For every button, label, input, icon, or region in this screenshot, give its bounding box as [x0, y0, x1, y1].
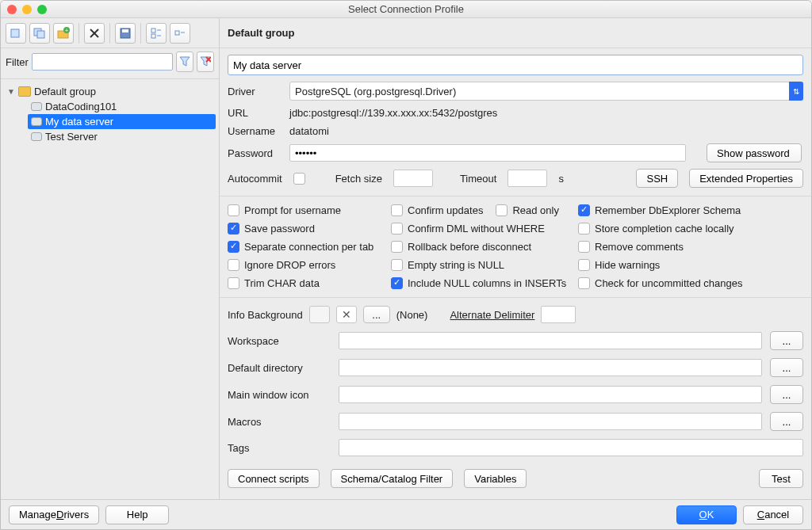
info-background-label: Info Background: [228, 309, 303, 321]
include-null-checkbox[interactable]: [391, 277, 403, 289]
driver-select[interactable]: PostgreSQL (org.postgresql.Driver) ⇅: [289, 82, 803, 101]
remove-comments-checkbox[interactable]: [578, 241, 590, 253]
new-profile-button[interactable]: [6, 23, 26, 44]
fetchsize-label: Fetch size: [335, 173, 382, 185]
ignore-drop-label: Ignore DROP errors: [244, 259, 335, 271]
twisty-icon[interactable]: ▼: [7, 87, 15, 96]
include-null-label: Include NULL columns in INSERTs: [408, 277, 566, 289]
profile-name-input[interactable]: [228, 55, 803, 75]
extended-properties-button[interactable]: Extended Properties: [689, 169, 803, 188]
trim-char-checkbox[interactable]: [228, 277, 239, 289]
cancel-button[interactable]: Cancel: [743, 505, 803, 524]
filter-label: Filter: [6, 56, 29, 68]
empty-null-checkbox[interactable]: [391, 259, 403, 271]
ok-button[interactable]: OK: [676, 505, 737, 524]
save-password-label: Save password: [244, 223, 315, 234]
zoom-window-button[interactable]: [37, 5, 47, 14]
password-input[interactable]: [289, 144, 686, 162]
save-password-checkbox[interactable]: [228, 223, 239, 234]
titlebar: Select Connection Profile: [1, 1, 811, 18]
main-window-icon-label: Main window icon: [228, 389, 331, 401]
store-completion-checkbox[interactable]: [578, 223, 590, 234]
url-value[interactable]: jdbc:postgresql://139.xx.xxx.xx:5432/pos…: [289, 107, 803, 119]
variables-button[interactable]: Variables: [464, 469, 527, 488]
main-window-icon-input[interactable]: [339, 386, 762, 403]
tree-item[interactable]: DataCoding101: [28, 99, 216, 114]
username-value[interactable]: datatomi: [289, 125, 803, 137]
delete-profile-button[interactable]: [84, 23, 105, 44]
check-uncommitted-checkbox[interactable]: [578, 277, 590, 289]
svg-rect-10: [151, 29, 155, 32]
group-header: Default group: [220, 18, 811, 48]
expand-tree-button[interactable]: [146, 23, 167, 44]
macros-browse-button[interactable]: ...: [770, 412, 803, 431]
confirm-dml-label: Confirm DML without WHERE: [408, 223, 545, 234]
save-profiles-button[interactable]: [115, 23, 136, 44]
timeout-unit: s: [558, 173, 564, 185]
remove-comments-label: Remove comments: [595, 241, 684, 253]
database-icon: [31, 132, 42, 141]
separate-connection-checkbox[interactable]: [228, 241, 239, 253]
minimize-window-button[interactable]: [22, 5, 32, 14]
rollback-label: Rollback before disconnect: [408, 241, 531, 253]
clear-filter-button[interactable]: [197, 51, 214, 72]
alternate-delimiter-input[interactable]: [541, 306, 576, 323]
timeout-input[interactable]: [508, 170, 547, 187]
tree-item[interactable]: My data server: [28, 114, 216, 129]
tree-item-label: My data server: [45, 116, 113, 128]
schema-filter-button[interactable]: Schema/Catalog Filter: [331, 469, 454, 488]
tree-item-label: DataCoding101: [45, 101, 117, 112]
new-folder-button[interactable]: +: [53, 23, 74, 44]
window-title: Select Connection Profile: [348, 3, 464, 15]
database-icon: [31, 117, 42, 126]
test-connection-button[interactable]: Test: [759, 469, 803, 488]
svg-text:+: +: [65, 28, 68, 33]
password-label: Password: [228, 147, 283, 159]
collapse-tree-button[interactable]: [170, 23, 190, 44]
username-label: Username: [228, 125, 283, 137]
default-directory-label: Default directory: [228, 362, 331, 374]
workspace-browse-button[interactable]: ...: [770, 331, 803, 350]
readonly-checkbox[interactable]: [496, 204, 508, 216]
tree-group[interactable]: ▼ Default group: [4, 84, 216, 99]
fetchsize-input[interactable]: [393, 170, 433, 187]
tags-input[interactable]: [339, 439, 803, 456]
copy-profile-button[interactable]: [29, 23, 50, 44]
info-background-swatch[interactable]: [309, 306, 330, 323]
pick-color-button[interactable]: ...: [363, 306, 390, 323]
alternate-delimiter-label[interactable]: Alternate Delimiter: [450, 309, 534, 321]
rollback-checkbox[interactable]: [391, 241, 403, 253]
confirm-updates-checkbox[interactable]: [391, 204, 403, 216]
confirm-dml-checkbox[interactable]: [391, 223, 403, 234]
clear-color-button[interactable]: ✕: [336, 306, 357, 323]
tree-group-label: Default group: [34, 86, 96, 97]
remember-dbexplorer-checkbox[interactable]: [578, 204, 590, 216]
profile-tree[interactable]: ▼ Default group DataCoding101 My data se…: [1, 79, 219, 499]
ignore-drop-checkbox[interactable]: [228, 259, 239, 271]
autocommit-checkbox[interactable]: [293, 173, 305, 185]
tags-label: Tags: [228, 442, 331, 454]
show-password-button[interactable]: Show password: [707, 143, 802, 162]
macros-input[interactable]: [339, 413, 762, 430]
hide-warnings-checkbox[interactable]: [578, 259, 590, 271]
help-button[interactable]: Help: [105, 505, 169, 524]
prompt-username-checkbox[interactable]: [228, 204, 239, 216]
default-directory-input[interactable]: [339, 359, 762, 376]
prompt-username-label: Prompt for username: [244, 204, 341, 216]
main-window-icon-browse-button[interactable]: ...: [770, 385, 803, 404]
driver-label: Driver: [228, 86, 283, 97]
tree-item[interactable]: Test Server: [28, 129, 216, 144]
workspace-input[interactable]: [339, 332, 762, 349]
svg-rect-2: [37, 31, 44, 38]
folder-icon: [18, 86, 31, 97]
readonly-label: Read only: [512, 204, 559, 216]
close-window-button[interactable]: [7, 5, 17, 14]
filter-input[interactable]: [32, 53, 173, 71]
connect-scripts-button[interactable]: Connect scripts: [228, 469, 320, 488]
default-directory-browse-button[interactable]: ...: [770, 358, 803, 377]
hide-warnings-label: Hide warnings: [595, 259, 660, 271]
manage-drivers-button[interactable]: Manage Drivers: [9, 505, 99, 524]
apply-filter-button[interactable]: [176, 51, 193, 72]
trim-char-label: Trim CHAR data: [244, 277, 320, 289]
ssh-button[interactable]: SSH: [636, 169, 678, 188]
